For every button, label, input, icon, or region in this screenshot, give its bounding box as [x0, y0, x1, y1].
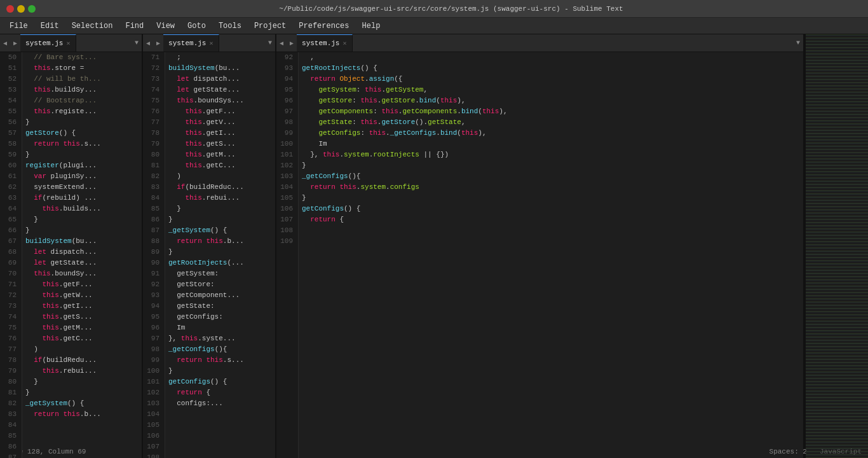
pane-top-3: ◀ ▶ system.js ✕ ▼ 9293949596 97989910010…: [276, 34, 804, 458]
code-content-2: ; buildSystem(bu... let dispatch... let …: [165, 52, 275, 458]
tab-system-js-3[interactable]: system.js ✕: [297, 34, 352, 52]
menu-goto[interactable]: Goto: [181, 20, 212, 32]
code-content-3: , getRootInjects() { return Object.assig…: [299, 52, 803, 458]
tab-close-2[interactable]: ✕: [209, 39, 213, 47]
tab-label-1: system.js: [25, 39, 63, 47]
code-area-1[interactable]: 5051525354 5556575859 6061626364 6566676…: [0, 52, 142, 458]
menu-edit[interactable]: Edit: [34, 20, 65, 32]
tab-bar-2: ◀ ▶ system.js ✕ ▼: [143, 34, 275, 52]
line-numbers-2: 7172737475 7677787980 8182838485 8687888…: [143, 52, 165, 458]
menu-project[interactable]: Project: [248, 20, 292, 32]
menu-tools[interactable]: Tools: [212, 20, 248, 32]
maximize-button[interactable]: [28, 5, 36, 13]
tab-bar-1: ◀ ▶ system.js ✕ ▼: [0, 34, 142, 52]
tab-bar-3: ◀ ▶ system.js ✕ ▼: [276, 34, 803, 52]
pane-top-1: ◀ ▶ system.js ✕ ▼ 5051525354 5556575859 …: [0, 34, 143, 458]
tab-dropdown-2[interactable]: ▼: [265, 39, 275, 46]
menu-help[interactable]: Help: [356, 20, 387, 32]
tab-nav-left-2[interactable]: ◀: [143, 39, 153, 47]
menu-find[interactable]: Find: [119, 20, 150, 32]
tab-nav-right-1[interactable]: ▶: [10, 39, 20, 47]
window-title: ~/Public/code/js/swagger-ui-src/src/core…: [41, 5, 862, 13]
tab-nav-right-3[interactable]: ▶: [287, 39, 297, 47]
tab-nav-left-3[interactable]: ◀: [276, 39, 287, 47]
titlebar: ~/Public/code/js/swagger-ui-src/src/core…: [0, 0, 868, 18]
code-area-3[interactable]: 9293949596 979899100101 102103104105106 …: [276, 52, 803, 458]
tab-nav-right-2[interactable]: ▶: [153, 39, 163, 47]
top-row: ◀ ▶ system.js ✕ ▼ 5051525354 5556575859 …: [0, 34, 868, 458]
minimap-content: [806, 34, 868, 458]
menu-file[interactable]: File: [3, 20, 34, 32]
code-content-1: // Bare syst... this.store = // will be …: [22, 52, 142, 458]
code-area-2[interactable]: 7172737475 7677787980 8182838485 8687888…: [143, 52, 275, 458]
minimize-button[interactable]: [17, 5, 25, 13]
tab-dropdown-3[interactable]: ▼: [793, 39, 803, 46]
tab-system-js-1[interactable]: system.js ✕: [20, 34, 76, 52]
menu-view[interactable]: View: [150, 20, 181, 32]
menu-selection[interactable]: Selection: [65, 20, 119, 32]
window-buttons: [6, 5, 36, 13]
line-numbers-1: 5051525354 5556575859 6061626364 6566676…: [0, 52, 22, 458]
menu-preferences[interactable]: Preferences: [292, 20, 355, 32]
tab-close-3[interactable]: ✕: [342, 39, 346, 47]
close-button[interactable]: [6, 5, 14, 13]
menubar: File Edit Selection Find View Goto Tools…: [0, 18, 868, 34]
editor-area: ◀ ▶ system.js ✕ ▼ 5051525354 5556575859 …: [0, 34, 868, 444]
tab-dropdown-1[interactable]: ▼: [132, 39, 142, 46]
tab-label-3: system.js: [302, 39, 339, 47]
pane-top-2: ◀ ▶ system.js ✕ ▼ 7172737475 7677787980 …: [143, 34, 276, 458]
tab-label-2: system.js: [168, 39, 206, 47]
tab-system-js-2[interactable]: system.js ✕: [163, 34, 219, 52]
tab-close-1[interactable]: ✕: [66, 39, 70, 47]
minimap-pane: [804, 34, 868, 458]
tab-nav-left-1[interactable]: ◀: [0, 39, 10, 47]
line-numbers-3: 9293949596 979899100101 102103104105106 …: [276, 52, 299, 458]
